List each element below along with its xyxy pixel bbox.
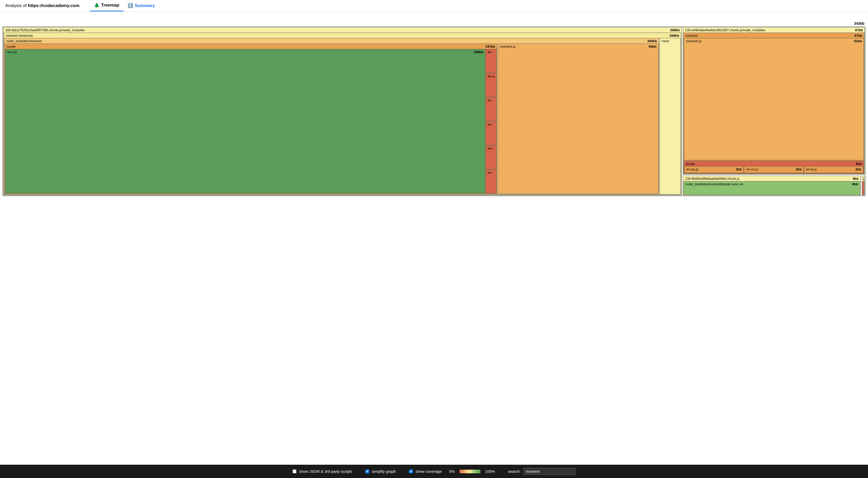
- tab-treemap-label: Treemap: [101, 3, 119, 8]
- node-label: moment.js 61kb: [684, 38, 863, 43]
- node-chunk-135[interactable]: 135.e4904aee6a4dcc801697.chunk.js/node_m…: [683, 27, 865, 175]
- node-en-small-3[interactable]: en-: [486, 121, 497, 145]
- node-en-ie[interactable]: en-ie.js2kb: [804, 166, 863, 173]
- node-moment-timezone[interactable]: moment-timezone 268kb node_modules/momen…: [4, 33, 681, 195]
- node-sync-en[interactable]: node_modules/moment/locale sync en 9kb: [683, 181, 860, 195]
- tab-treemap[interactable]: 🌲 Treemap: [90, 0, 123, 11]
- node-label: moment.js 64kb: [498, 44, 658, 49]
- node-en-small-4[interactable]: en-i: [486, 145, 497, 170]
- node-label: mom: [660, 38, 680, 43]
- node-178-inner[interactable]: [862, 181, 864, 195]
- node-label: moment 67kb: [684, 33, 864, 38]
- node-label: 135.e4904aee6a4dcc801697.chunk.js/node_m…: [683, 28, 864, 33]
- info-icon: ℹ️: [128, 3, 133, 8]
- page-title: Analysis of https://codecademy.com: [5, 3, 80, 8]
- node-en-nz[interactable]: en-nz.js2kb: [744, 166, 803, 173]
- node-moment-135[interactable]: moment 67kb moment.js 61kb: [683, 33, 864, 174]
- node-en-au[interactable]: en-au.js2kb: [684, 166, 744, 173]
- node-label: locale 6kb: [684, 161, 863, 166]
- tab-summary-label: Summary: [135, 3, 155, 8]
- node-label: 160.8dca75261c0aa0f9735b.chunk.js/node_m…: [4, 28, 681, 33]
- node-en-small-2[interactable]: en-: [486, 97, 497, 121]
- node-label: node_modules/moment/locale sync en 9kb: [684, 182, 860, 187]
- node-chunk-178[interactable]: 178: [862, 176, 865, 196]
- node-chunk-160[interactable]: 160.8dca75261c0aa0f9735b.chunk.js/node_m…: [3, 27, 682, 196]
- node-moment-js-160[interactable]: moment.js 64kb: [498, 43, 658, 194]
- analysis-url: https://codecademy.com: [28, 3, 80, 8]
- node-en-small-0[interactable]: en-: [486, 49, 497, 73]
- total-size: 343kb: [854, 21, 864, 26]
- small-locale-column: en- en-a en- en- en-i en-: [486, 49, 497, 193]
- node-chunk-139[interactable]: 139.f6d00c6ffdeba89d0584.chunk.js 9kb no…: [683, 176, 861, 196]
- node-label: en-il.js 190kb: [6, 50, 485, 55]
- node-mom[interactable]: mom: [660, 38, 681, 195]
- node-label: 139.f6d00c6ffdeba89d0584.chunk.js 9kb: [683, 176, 860, 181]
- right-column: 135.e4904aee6a4dcc801697.chunk.js/node_m…: [683, 27, 865, 196]
- node-label: moment-timezone 268kb: [4, 33, 681, 38]
- tab-summary[interactable]: ℹ️ Summary: [123, 0, 159, 11]
- analysis-prefix: Analysis of: [5, 3, 28, 8]
- node-en-small-5[interactable]: en-: [486, 170, 497, 193]
- treemap-container: 343kb 160.8dca75261c0aa0f9735b.chunk.js/…: [0, 11, 868, 199]
- node-locale[interactable]: locale 197kb en-il.js 190kb: [5, 43, 497, 194]
- node-en-il[interactable]: en-il.js 190kb: [5, 49, 485, 193]
- node-label: locale 197kb: [5, 44, 497, 49]
- node-node-modules-moment[interactable]: node_modules/moment 260kb locale 197kb: [4, 38, 659, 195]
- treemap-root: 160.8dca75261c0aa0f9735b.chunk.js/node_m…: [3, 27, 865, 196]
- node-moment-js-135[interactable]: moment.js 61kb: [684, 38, 864, 160]
- header: Analysis of https://codecademy.com 🌲 Tre…: [0, 0, 868, 11]
- tree-icon: 🌲: [94, 3, 99, 8]
- node-locale-135[interactable]: locale 6kb en-au.js2kb en-nz.js2kb: [684, 161, 864, 174]
- bottom-right-row: 139.f6d00c6ffdeba89d0584.chunk.js 9kb no…: [683, 176, 865, 196]
- node-label: node_modules/moment 260kb: [5, 38, 658, 43]
- node-en-small-1[interactable]: en-a: [486, 73, 497, 97]
